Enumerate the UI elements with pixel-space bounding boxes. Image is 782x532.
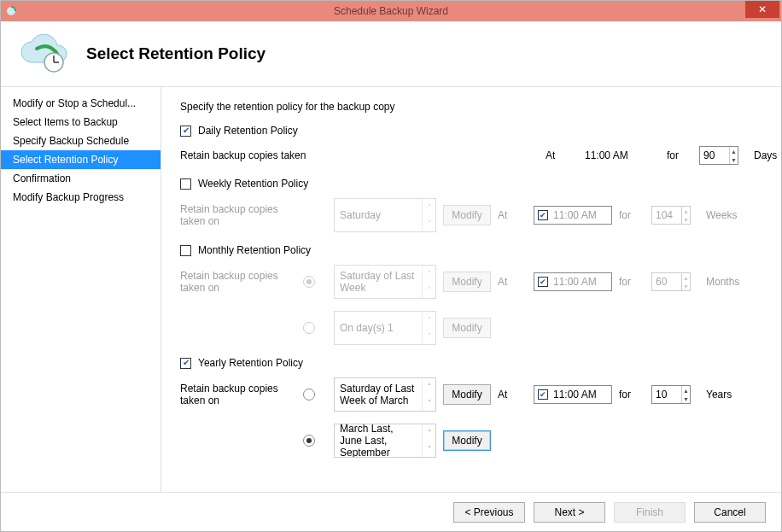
wizard-steps-sidebar: Modify or Stop a Schedul... Select Items… — [1, 87, 161, 492]
at-label: At — [546, 149, 575, 161]
yearly-years-input[interactable] — [652, 386, 681, 403]
monthly-modify2-button: Modify — [443, 318, 491, 338]
intro-text: Specify the retention policy for the bac… — [180, 101, 764, 113]
yearly-option1-select[interactable]: Saturday of Last Week of March ˄˅ — [334, 377, 436, 412]
body: Modify or Stop a Schedul... Select Items… — [1, 86, 781, 492]
yearly-unit: Years — [706, 389, 750, 400]
monthly-option2-radio — [303, 322, 315, 334]
at-label: At — [498, 276, 527, 288]
monthly-months-spinner: ▲▼ — [651, 272, 691, 291]
yearly-policy-check[interactable]: Yearly Retention Policy — [180, 357, 764, 369]
monthly-option1-radio — [303, 276, 315, 288]
page-title: Select Retention Policy — [86, 44, 266, 63]
wizard-footer: < Previous Next > Finish Cancel — [1, 492, 781, 531]
main-panel: Specify the retention policy for the bac… — [161, 87, 781, 492]
checkbox-icon — [180, 245, 191, 256]
for-label: for — [619, 209, 645, 221]
finish-button: Finish — [614, 502, 686, 523]
daily-days-spinner[interactable]: ▲▼ — [699, 146, 738, 165]
monthly-modify1-button: Modify — [443, 272, 491, 292]
daily-row: Retain backup copies taken At 11:00 AM f… — [180, 145, 764, 166]
weekly-modify-button: Modify — [443, 205, 491, 225]
updown-icon: ˄˅ — [422, 312, 435, 344]
yearly-modify2-button[interactable]: Modify — [443, 430, 491, 451]
at-label: At — [498, 209, 527, 221]
time-check-icon — [538, 389, 548, 400]
monthly-unit: Months — [706, 276, 750, 288]
yearly-years-spinner[interactable]: ▲▼ — [651, 385, 691, 404]
previous-button[interactable]: < Previous — [453, 502, 525, 523]
checkbox-icon — [180, 358, 191, 369]
time-check-icon — [538, 210, 548, 220]
yearly-row2: March Last, June Last, September ˄˅ Modi… — [180, 424, 764, 458]
yearly-retain-label: Retain backup copies taken on — [180, 383, 296, 406]
cancel-button[interactable]: Cancel — [694, 502, 766, 523]
yearly-option2-radio[interactable] — [303, 435, 315, 447]
sidebar-item-confirmation[interactable]: Confirmation — [1, 169, 160, 188]
monthly-time: 11:00 AM — [534, 272, 612, 291]
yearly-row1: Retain backup copies taken on Saturday o… — [180, 377, 764, 412]
weekly-unit: Weeks — [706, 209, 750, 221]
monthly-retain-label: Retain backup copies taken on — [180, 270, 296, 294]
app-icon — [6, 4, 20, 18]
window-title: Schedule Backup Wizard — [334, 5, 448, 17]
monthly-months-input — [652, 273, 681, 290]
sidebar-item-modify-stop[interactable]: Modify or Stop a Schedul... — [1, 94, 160, 113]
daily-retain-label: Retain backup copies taken — [180, 149, 539, 161]
sidebar-item-retention-policy[interactable]: Select Retention Policy — [1, 150, 160, 169]
updown-icon[interactable]: ˄˅ — [422, 424, 435, 457]
updown-icon: ˄˅ — [422, 266, 435, 298]
yearly-time[interactable]: 11:00 AM — [534, 385, 612, 404]
yearly-option2-select[interactable]: March Last, June Last, September ˄˅ — [334, 424, 436, 458]
updown-icon[interactable]: ˄˅ — [422, 378, 435, 411]
weekly-weeks-input — [652, 207, 681, 224]
time-check-icon — [538, 277, 548, 287]
weekly-retain-label: Retain backup copies taken on — [180, 203, 296, 227]
wizard-window: Schedule Backup Wizard ✕ Select Retentio… — [0, 0, 782, 532]
checkbox-icon — [180, 178, 191, 190]
monthly-option1-select: Saturday of Last Week ˄˅ — [334, 265, 436, 299]
for-label: for — [667, 149, 692, 161]
weekly-day-select: Saturday ˄˅ — [334, 198, 436, 232]
weekly-weeks-spinner: ▲▼ — [651, 206, 691, 225]
daily-days-input[interactable] — [700, 147, 729, 164]
weekly-time: 11:00 AM — [534, 206, 612, 225]
yearly-modify1-button[interactable]: Modify — [443, 384, 491, 405]
close-button[interactable]: ✕ — [745, 1, 779, 18]
daily-time: 11:00 AM — [581, 146, 660, 165]
daily-policy-check[interactable]: Daily Retention Policy — [180, 125, 764, 137]
next-button[interactable]: Next > — [534, 502, 605, 523]
monthly-policy-check[interactable]: Monthly Retention Policy — [180, 244, 764, 256]
checkbox-icon — [180, 126, 191, 137]
spinner-arrows-icon[interactable]: ▲▼ — [681, 386, 690, 403]
sidebar-item-modify-progress[interactable]: Modify Backup Progress — [1, 188, 160, 207]
monthly-row1: Retain backup copies taken on Saturday o… — [180, 265, 764, 299]
close-icon: ✕ — [758, 3, 767, 15]
monthly-policy-label: Monthly Retention Policy — [198, 244, 311, 256]
at-label: At — [498, 389, 527, 400]
spinner-arrows-icon[interactable]: ▲▼ — [729, 147, 738, 164]
weekly-row: Retain backup copies taken on Saturday ˄… — [180, 198, 764, 232]
updown-icon: ˄˅ — [422, 199, 435, 231]
sidebar-item-specify-schedule[interactable]: Specify Backup Schedule — [1, 132, 160, 150]
daily-unit: Days — [754, 149, 781, 161]
monthly-row2: On day(s) 1 ˄˅ Modify — [180, 311, 764, 345]
for-label: for — [619, 389, 645, 400]
monthly-option2-select: On day(s) 1 ˄˅ — [334, 311, 436, 345]
spinner-arrows-icon: ▲▼ — [681, 207, 690, 224]
titlebar: Schedule Backup Wizard ✕ — [1, 1, 781, 21]
yearly-policy-label: Yearly Retention Policy — [198, 357, 303, 369]
sidebar-item-select-items[interactable]: Select Items to Backup — [1, 113, 160, 132]
for-label: for — [619, 276, 645, 288]
weekly-policy-label: Weekly Retention Policy — [198, 178, 308, 190]
weekly-policy-check[interactable]: Weekly Retention Policy — [180, 178, 764, 190]
spinner-arrows-icon: ▲▼ — [681, 273, 690, 290]
daily-policy-label: Daily Retention Policy — [198, 125, 298, 137]
cloud-backup-icon — [16, 33, 71, 74]
header: Select Retention Policy — [1, 21, 781, 86]
yearly-option1-radio[interactable] — [303, 389, 315, 400]
